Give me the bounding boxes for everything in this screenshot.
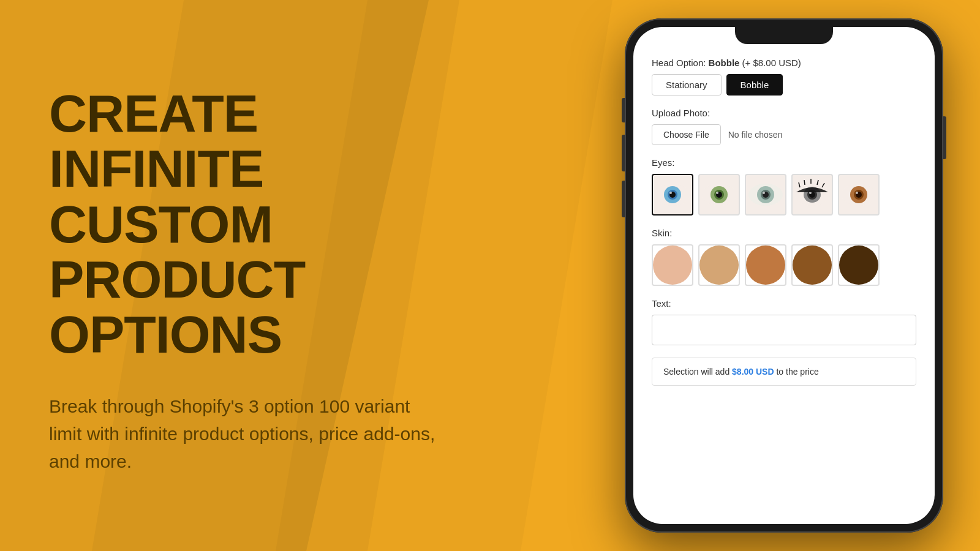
phone-volume-down-button bbox=[622, 181, 625, 217]
text-label: Text: bbox=[652, 298, 916, 309]
svg-line-19 bbox=[799, 182, 800, 187]
eye-swatch-1[interactable] bbox=[652, 174, 693, 216]
skin-swatch-4[interactable] bbox=[791, 244, 833, 286]
text-input[interactable] bbox=[652, 315, 916, 345]
eye-swatch-2[interactable] bbox=[698, 174, 740, 216]
text-section: Text: bbox=[652, 298, 916, 345]
phone-mockup: Head Option: Bobble (+ $8.00 USD) Statio… bbox=[625, 18, 943, 533]
svg-point-7 bbox=[669, 192, 672, 194]
svg-line-20 bbox=[804, 180, 805, 185]
price-notice: Selection will add $8.00 USD to the pric… bbox=[652, 358, 916, 386]
skin-section: Skin: bbox=[652, 228, 916, 286]
skin-label: Skin: bbox=[652, 228, 916, 238]
skin-swatch-1[interactable] bbox=[652, 244, 693, 286]
eyes-section: Eyes: bbox=[652, 157, 916, 216]
phone-screen: Head Option: Bobble (+ $8.00 USD) Statio… bbox=[633, 27, 935, 524]
svg-line-22 bbox=[817, 180, 818, 185]
eyes-label: Eyes: bbox=[652, 157, 916, 168]
skin-swatch-5[interactable] bbox=[838, 244, 880, 286]
screen-content: Head Option: Bobble (+ $8.00 USD) Statio… bbox=[652, 58, 916, 506]
phone-volume-up-button bbox=[622, 135, 625, 171]
upload-photo-label: Upload Photo: bbox=[652, 108, 916, 118]
skin-swatch-3[interactable] bbox=[745, 244, 786, 286]
skin-swatch-2[interactable] bbox=[698, 244, 740, 286]
eye-swatch-4[interactable] bbox=[791, 174, 833, 216]
subtitle: Break through Shopify's 3 option 100 var… bbox=[49, 392, 441, 475]
choose-file-button[interactable]: Choose File bbox=[652, 124, 721, 145]
svg-point-12 bbox=[716, 192, 718, 194]
file-upload-row: Choose File No file chosen bbox=[652, 124, 916, 145]
eyes-swatch-row bbox=[652, 174, 916, 216]
phone-notch bbox=[735, 27, 833, 44]
eye-swatch-5[interactable] bbox=[838, 174, 880, 216]
phone-power-button bbox=[943, 116, 946, 159]
stationary-button[interactable]: Stationary bbox=[652, 74, 722, 96]
skin-swatch-row bbox=[652, 244, 916, 286]
svg-point-17 bbox=[763, 192, 765, 194]
phone-mute-button bbox=[622, 98, 625, 122]
head-option-label: Head Option: Bobble (+ $8.00 USD) bbox=[652, 58, 916, 68]
head-option-section: Head Option: Bobble (+ $8.00 USD) Statio… bbox=[652, 58, 916, 96]
no-file-text: No file chosen bbox=[728, 130, 783, 140]
svg-point-32 bbox=[856, 192, 858, 194]
price-highlight: $8.00 USD bbox=[732, 367, 774, 377]
main-title: CREATE INFINITE CUSTOM PRODUCT OPTIONS bbox=[49, 86, 478, 362]
upload-photo-section: Upload Photo: Choose File No file chosen bbox=[652, 108, 916, 145]
phone-outer: Head Option: Bobble (+ $8.00 USD) Statio… bbox=[625, 18, 943, 533]
bobble-button[interactable]: Bobble bbox=[726, 74, 783, 96]
head-option-buttons: Stationary Bobble bbox=[652, 74, 916, 96]
eye-swatch-3[interactable] bbox=[745, 174, 786, 216]
